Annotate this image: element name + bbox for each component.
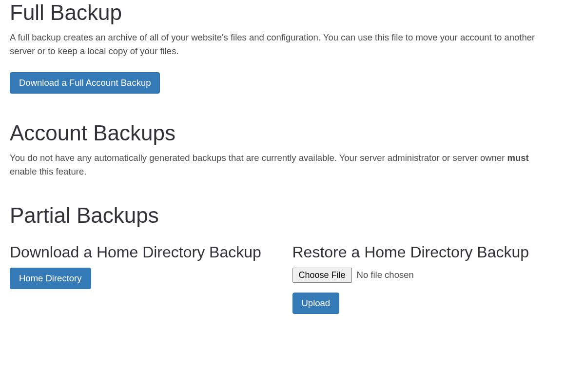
full-backup-section: Full Backup A full backup creates an arc… [10, 0, 555, 94]
full-backup-title: Full Backup [10, 0, 555, 26]
partial-backups-title: Partial Backups [10, 203, 555, 229]
download-home-directory-column: Download a Home Directory Backup Home Di… [10, 243, 273, 314]
restore-home-directory-column: Restore a Home Directory Backup Choose F… [292, 243, 556, 314]
download-home-directory-button[interactable]: Home Directory [10, 268, 91, 289]
download-full-backup-button[interactable]: Download a Full Account Backup [10, 72, 160, 94]
choose-file-button[interactable]: Choose File [292, 268, 352, 283]
partial-backups-section: Partial Backups Download a Home Director… [10, 203, 555, 314]
full-backup-description: A full backup creates an archive of all … [10, 31, 555, 58]
account-backups-title: Account Backups [10, 120, 555, 146]
upload-button[interactable]: Upload [292, 293, 340, 314]
file-status-text: No file chosen [357, 270, 414, 280]
account-backups-desc-post: enable this feature. [10, 166, 86, 176]
download-home-directory-heading: Download a Home Directory Backup [10, 243, 273, 261]
account-backups-description: You do not have any automatically genera… [10, 151, 555, 178]
account-backups-desc-bold: must [507, 153, 528, 163]
restore-home-directory-heading: Restore a Home Directory Backup [292, 243, 556, 261]
account-backups-desc-pre: You do not have any automatically genera… [10, 153, 507, 163]
file-input-row: Choose File No file chosen [292, 268, 556, 283]
account-backups-section: Account Backups You do not have any auto… [10, 120, 555, 178]
